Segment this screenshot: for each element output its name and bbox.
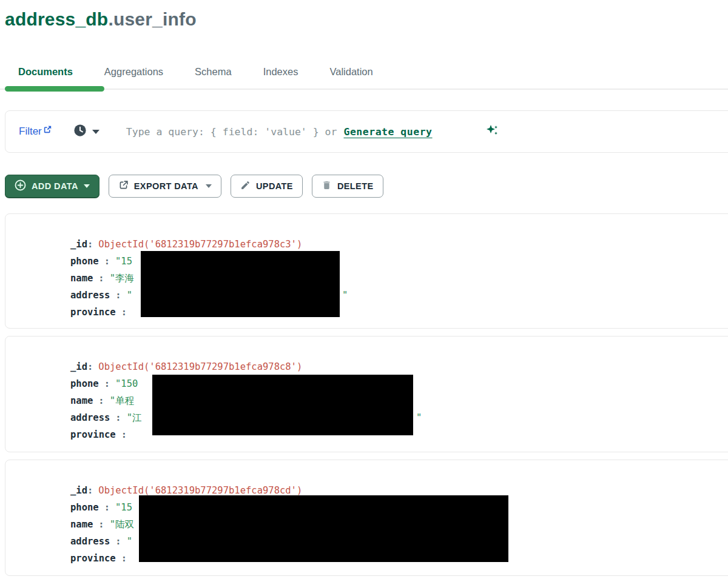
field-value-closing-quote: " [342, 287, 348, 304]
namespace-separator: . [108, 9, 113, 29]
database-name: address_db [5, 9, 108, 29]
field-key: address [70, 290, 110, 301]
filter-link-label: Filter [19, 126, 42, 138]
redaction-box [139, 495, 508, 562]
key-value-separator: : [115, 536, 121, 547]
plus-circle-icon [15, 179, 26, 193]
tab-documents[interactable]: Documents [18, 64, 73, 79]
field-value: "李海 [110, 273, 134, 284]
collection-view: address_db.user_info Documents Aggregati… [0, 0, 728, 579]
key-value-separator: : [121, 307, 127, 318]
field-key: province [70, 307, 116, 318]
key-value-separator: : [115, 290, 121, 301]
tab-indexes-label: Indexes [263, 66, 298, 77]
update-button[interactable]: UPDATE [231, 175, 303, 198]
trash-icon [322, 180, 332, 192]
objectid-value: ObjectId('6812319b77297b1efca978c8') [98, 361, 302, 372]
key-value-separator: : [87, 485, 93, 496]
field-value: "150 [115, 378, 138, 389]
field-key: province [70, 553, 116, 564]
key-value-separator: : [104, 502, 110, 513]
field-key: _id [70, 239, 87, 250]
tab-schema-label: Schema [195, 66, 232, 77]
chevron-down-icon [206, 184, 212, 188]
page-title: address_db.user_info [5, 8, 728, 30]
redaction-box [141, 251, 340, 317]
query-history-button[interactable] [73, 124, 99, 139]
key-value-separator: : [98, 273, 104, 284]
key-value-separator: : [115, 412, 121, 423]
key-value-separator: : [121, 429, 127, 440]
key-value-separator: : [104, 378, 110, 389]
field-value-closing-quote: " [416, 409, 422, 426]
add-data-button[interactable]: ADD DATA [5, 175, 99, 198]
external-link-icon [44, 124, 52, 136]
collection-name: user_info [113, 9, 197, 29]
export-icon [118, 180, 129, 192]
field-row-id: _id:ObjectId('6812319b77297b1efca978c8') [70, 358, 728, 375]
collection-tabs: Documents Aggregations Schema Indexes Va… [0, 64, 728, 90]
field-value: "江 [127, 412, 142, 423]
key-value-separator: : [104, 256, 110, 267]
tab-validation-label: Validation [329, 66, 372, 77]
delete-button[interactable]: DELETE [312, 175, 383, 198]
field-key: phone [70, 256, 99, 267]
field-key: _id [70, 361, 87, 372]
document-card[interactable]: _id:ObjectId('6812319b77297b1efca978cd')… [5, 460, 728, 576]
field-key: address [70, 536, 110, 547]
export-data-label: EXPORT DATA [134, 181, 198, 191]
document-card[interactable]: _id:ObjectId('6812319b77297b1efca978c8')… [5, 336, 728, 452]
tab-schema[interactable]: Schema [195, 64, 232, 79]
active-tab-indicator [5, 86, 104, 92]
objectid-value: ObjectId('6812319b77297b1efca978c3') [98, 239, 302, 250]
field-value: "15 [115, 502, 132, 513]
tab-validation[interactable]: Validation [329, 64, 372, 79]
filter-link[interactable]: Filter [19, 126, 52, 138]
export-data-button[interactable]: EXPORT DATA [109, 175, 221, 198]
field-key: phone [70, 502, 99, 513]
add-data-label: ADD DATA [32, 181, 78, 191]
field-value: "单程 [110, 395, 134, 406]
key-value-separator: : [98, 519, 104, 530]
key-value-separator: : [121, 553, 127, 564]
key-value-separator: : [87, 239, 93, 250]
field-key: _id [70, 485, 87, 496]
tab-aggregations-label: Aggregations [104, 66, 163, 77]
field-key: province [70, 429, 116, 440]
field-key: name [70, 519, 93, 530]
field-key: address [70, 412, 110, 423]
generate-query-link[interactable]: Generate query [343, 126, 432, 138]
tab-indexes[interactable]: Indexes [263, 64, 298, 79]
pencil-icon [240, 180, 251, 192]
field-key: name [70, 395, 93, 406]
field-row-id: _id:ObjectId('6812319b77297b1efca978c3') [70, 236, 728, 253]
tab-aggregations[interactable]: Aggregations [104, 64, 163, 79]
key-value-separator: : [98, 395, 104, 406]
field-value: "陆双 [110, 519, 134, 530]
field-value: " [127, 290, 132, 301]
field-key: name [70, 273, 93, 284]
objectid-value: ObjectId('6812319b77297b1efca978cd') [98, 485, 302, 496]
tab-documents-label: Documents [18, 66, 73, 77]
delete-label: DELETE [337, 181, 374, 191]
query-placeholder: Type a query: { field: 'value' } or [126, 126, 337, 138]
chevron-down-icon [84, 184, 90, 188]
field-value: "15 [115, 256, 132, 267]
field-value: " [127, 536, 132, 547]
sparkle-icon [438, 113, 498, 150]
query-bar: Filter Type a query: { field: 'value' } … [5, 110, 728, 153]
field-key: phone [70, 378, 99, 389]
clock-icon [73, 124, 87, 139]
key-value-separator: : [87, 361, 93, 372]
redaction-box [152, 375, 413, 435]
update-label: UPDATE [256, 181, 293, 191]
crud-toolbar: ADD DATA EXPORT DATA UPDATE DELETE [5, 175, 728, 198]
document-card[interactable]: _id:ObjectId('6812319b77297b1efca978c3')… [5, 213, 728, 329]
chevron-down-icon [92, 130, 99, 134]
query-input[interactable]: Type a query: { field: 'value' } or Gene… [126, 113, 498, 150]
